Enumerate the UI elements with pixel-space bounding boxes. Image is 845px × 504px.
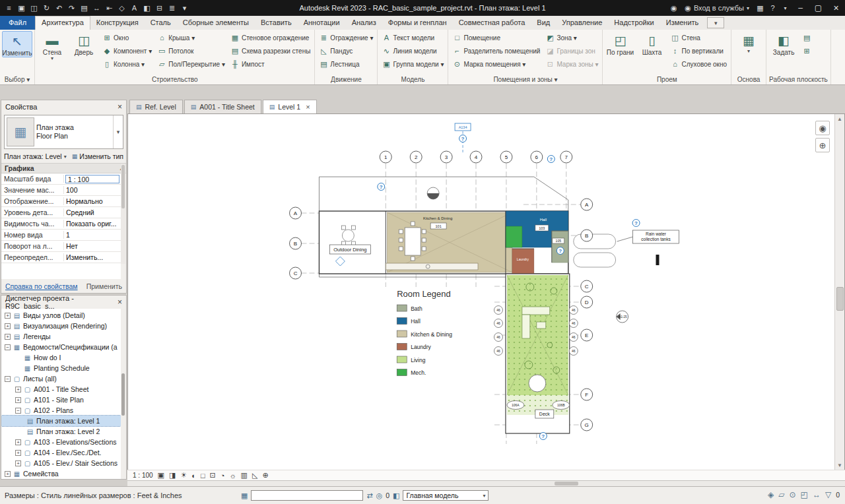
tree-item-level1[interactable]: ▤План этажа: Level 1 [1, 416, 121, 426]
model-text-button[interactable]: AТекст модели [380, 31, 446, 44]
sign-in-button[interactable]: ◉ Вход в службы ▾ [680, 4, 754, 13]
open-icon[interactable]: ▣ [15, 1, 28, 15]
tree-item-schedules[interactable]: −▦Ведомости/Спецификации (a [1, 342, 121, 352]
measure-icon[interactable]: ↔ [90, 1, 103, 15]
expander-icon[interactable]: + [15, 387, 21, 393]
view-tab-a001[interactable]: ▤A001 - Title Sheet [184, 100, 261, 113]
dormer-opening-button[interactable]: ⌂Слуховое окно [668, 57, 729, 71]
expander-icon[interactable]: + [15, 450, 21, 456]
expander-icon[interactable]: + [5, 313, 11, 319]
reveal-constraints-icon[interactable]: ⊕ [262, 471, 268, 480]
roof-button[interactable]: ⌂Крыша ▾ [155, 31, 227, 44]
design-options-icon[interactable]: ◧ [393, 491, 399, 500]
view-scale-button[interactable]: 1 : 100 [133, 472, 153, 479]
print-icon[interactable]: ▤ [78, 1, 90, 15]
crop-view-icon[interactable]: □ [201, 472, 205, 480]
component-button[interactable]: ◆Компонент ▾ [100, 44, 154, 57]
minimize-button[interactable]: – [792, 0, 809, 16]
expander-icon[interactable]: − [5, 376, 11, 382]
vertical-opening-button[interactable]: ↕По вертикали [668, 44, 729, 57]
workplane-viewer-button[interactable]: ⊞ [800, 44, 813, 57]
tree-item-a104[interactable]: +▢A104 - Elev./Sec./Det. [1, 447, 121, 458]
design-option-select[interactable]: Главная модель ▾ [403, 490, 489, 501]
tree-item-a001[interactable]: +▢A001 - Title Sheet [1, 384, 121, 394]
expander-icon[interactable]: + [5, 334, 11, 340]
tab-view[interactable]: Вид [531, 16, 556, 30]
view-tab-close-icon[interactable]: × [306, 103, 310, 111]
room-button[interactable]: □Помещение [450, 31, 542, 44]
worksharing-display-icon[interactable]: ◎ [376, 491, 383, 500]
tab-file[interactable]: Файл [0, 16, 35, 30]
expander-icon[interactable]: + [5, 471, 11, 477]
app-store-icon[interactable]: ▦ [754, 1, 766, 15]
wall-button[interactable]: ▬ Стена ▾ [37, 31, 67, 61]
detail-level-icon[interactable]: ▣ [158, 471, 164, 480]
horizontal-scroll-thumb[interactable] [555, 482, 578, 486]
floor-button[interactable]: ▱Пол/Перекрытие ▾ [155, 57, 227, 71]
select-underlay-icon[interactable]: ▱ [778, 490, 784, 499]
element-filter[interactable]: План этажа: Level [4, 152, 62, 160]
tab-addins[interactable]: Надстройки [608, 16, 659, 30]
tab-structure[interactable]: Конструкция [90, 16, 145, 30]
type-selector-caret-icon[interactable]: ▾ [113, 115, 123, 148]
maximize-button[interactable]: ▢ [809, 0, 827, 16]
property-row[interactable]: Поворот на л...Нет [1, 241, 121, 252]
panel-label-rooms[interactable]: Помещения и зоны ▾ [448, 75, 602, 84]
browser-scrollbar[interactable] [121, 309, 125, 478]
view-tab-ref-level[interactable]: ▤Ref. Level [129, 100, 183, 113]
aligned-dimension-icon[interactable]: ⇤ [103, 1, 116, 15]
tree-item-level2[interactable]: ▤План этажа: Level 2 [1, 426, 121, 437]
ramp-button[interactable]: ◺Пандус [317, 44, 375, 57]
room-separator-button[interactable]: ⌐Разделитель помещений [450, 44, 542, 57]
curtain-system-button[interactable]: ▦Стеновое ограждение [228, 31, 312, 44]
properties-close-icon[interactable]: × [118, 102, 122, 111]
properties-scrollbar[interactable] [121, 164, 125, 264]
mullion-button[interactable]: ╫Импост [228, 57, 312, 71]
show-workplane-button[interactable]: ▤ [800, 31, 813, 44]
scroll-down-icon[interactable]: ▼ [835, 460, 844, 470]
shaft-button[interactable]: ▯ Шахта [636, 31, 667, 56]
tab-insert[interactable]: Вставить [255, 16, 298, 30]
expander-icon[interactable]: − [15, 408, 21, 414]
vertical-scrollbar[interactable]: ▲ ▼ [834, 114, 844, 470]
tab-analyze[interactable]: Анализ [346, 16, 382, 30]
column-button[interactable]: ▯Колонна ▾ [100, 57, 154, 71]
property-row[interactable]: Уровень дета...Средний [1, 207, 121, 218]
curtain-grid-button[interactable]: ▤Схема разрезки стены [228, 44, 312, 57]
model-line-button[interactable]: ∿Линия модели [380, 44, 446, 57]
room-tag-button[interactable]: ⊙Марка помещения ▾ [450, 57, 542, 71]
drawing-canvas[interactable]: 1 2 3 4 5 6 7 A B C [127, 113, 845, 470]
tab-modify[interactable]: Изменить [660, 16, 705, 30]
text-icon[interactable]: A [128, 1, 141, 15]
expander-icon[interactable]: + [15, 439, 21, 445]
section-graphics[interactable]: Графика ▴ [1, 163, 126, 173]
element-filter-caret-icon[interactable]: ▾ [64, 154, 67, 160]
tree-item-a105[interactable]: +▢A105 - Elev./ Stair Sections [1, 458, 121, 468]
hide-analytical-model-icon[interactable]: ◺ [252, 471, 257, 480]
modify-button[interactable]: ↖ Изменить [2, 31, 32, 57]
redo-icon[interactable]: ↷ [65, 1, 78, 15]
select-by-face-icon[interactable]: ◰ [801, 490, 808, 499]
select-links-icon[interactable]: ◈ [768, 490, 774, 499]
steering-wheel-icon[interactable]: ◉ [815, 121, 830, 135]
collaboration-icon[interactable]: ◉ [667, 1, 680, 15]
property-row[interactable]: Номер вида1 [1, 230, 121, 241]
reveal-hidden-elements-icon[interactable]: ☼ [229, 472, 236, 480]
scroll-up-icon[interactable]: ▲ [835, 114, 844, 123]
properties-help-link[interactable]: Справка по свойствам [5, 282, 78, 290]
expander-icon[interactable]: + [5, 323, 11, 329]
expander-icon[interactable]: + [15, 397, 21, 403]
zone-button[interactable]: ◩Зона ▾ [543, 31, 600, 44]
tab-collaborate[interactable]: Совместная работа [453, 16, 531, 30]
set-workplane-button[interactable]: ◧ Задать [768, 31, 799, 56]
sync-icon[interactable]: ↻ [40, 1, 53, 15]
tree-item-a102[interactable]: −▢A102 - Plans [1, 405, 121, 416]
temporary-view-properties-icon[interactable]: ▥ [241, 471, 248, 480]
edit-type-button[interactable]: ▦ Изменить тип [72, 152, 123, 160]
tab-massing-site[interactable]: Формы и генплан [382, 16, 453, 30]
close-button[interactable]: × [827, 0, 845, 16]
ribbon-display-toggle-icon[interactable]: ▾ [707, 17, 724, 28]
tree-item-detail-views[interactable]: +▤Виды узлов (Detail) [1, 310, 121, 321]
wall-opening-button[interactable]: ◫Стена [668, 31, 729, 44]
tree-item-families[interactable]: +▦Семейства [1, 468, 121, 479]
